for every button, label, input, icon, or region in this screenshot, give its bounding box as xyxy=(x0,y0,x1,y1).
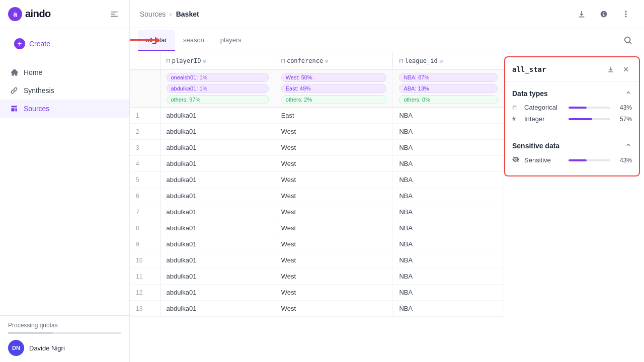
cell-rownum: 11 xyxy=(130,268,160,285)
bookmark-icon-playerid: ⊓ xyxy=(167,57,170,64)
col-header-leagueid: ⊓ league_id ⊘ xyxy=(393,52,504,70)
cell-playerid: abdulka01 xyxy=(160,172,275,188)
table-row: 5 abdulka01 West NBA xyxy=(130,172,504,188)
tab-season[interactable]: season xyxy=(175,30,212,51)
stat-leagueid-2[interactable]: ABA: 13% xyxy=(399,84,498,93)
cell-playerid: abdulka01 xyxy=(160,220,275,236)
tab-players[interactable]: players xyxy=(212,30,250,51)
tabs-bar: all_star season players xyxy=(130,28,644,52)
cell-conference: West xyxy=(275,172,393,188)
sidebar-toggle-button[interactable] xyxy=(107,7,121,21)
integer-label: Integer xyxy=(524,115,565,123)
cell-conference: West xyxy=(275,156,393,172)
section-title-sensitive: Sensitive data xyxy=(512,142,559,150)
cell-playerid: abdulka01 xyxy=(160,140,275,156)
search-icon xyxy=(623,36,632,45)
logo-icon: a xyxy=(8,7,22,21)
chevron-up-icon xyxy=(625,89,632,96)
cell-leagueid: NBA xyxy=(393,156,504,172)
stat-playerid-1[interactable]: onealsh01: 1% xyxy=(167,73,269,82)
main-content: Sources › Basket all_star season players xyxy=(130,0,644,362)
cell-conference: West xyxy=(275,301,393,317)
breadcrumb-separator: › xyxy=(170,10,172,18)
panel-download-button[interactable] xyxy=(605,63,617,75)
data-types-section: Data types ⊓ Categorical 43% # Integer xyxy=(505,82,639,134)
table-row: 2 abdulka01 West NBA xyxy=(130,124,504,140)
panel-download-icon xyxy=(607,66,614,73)
cell-leagueid: NBA xyxy=(393,301,504,317)
avatar: DN xyxy=(8,340,24,356)
sidebar-item-home-label: Home xyxy=(24,68,42,76)
quota-label: Processing quotas xyxy=(8,322,121,329)
cell-rownum: 9 xyxy=(130,236,160,252)
stat-conference-2[interactable]: East: 49% xyxy=(281,84,387,93)
data-type-integer: # Integer 57% xyxy=(512,115,632,123)
data-type-sensitive: Sensitive 43% xyxy=(512,156,632,164)
breadcrumb-sources[interactable]: Sources xyxy=(140,10,166,18)
sidebar-footer: Processing quotas DN Davide Nigri xyxy=(0,315,129,362)
create-button[interactable]: + Create xyxy=(8,34,121,53)
table-row: 11 abdulka01 West NBA xyxy=(130,268,504,285)
bookmark-icon-categorical: ⊓ xyxy=(512,104,520,111)
stat-leagueid-1[interactable]: NBA: 87% xyxy=(399,73,498,82)
table-row: 4 abdulka01 West NBA xyxy=(130,156,504,172)
stat-leagueid-3[interactable]: others: 0% xyxy=(399,95,498,104)
cell-conference: West xyxy=(275,252,393,268)
stat-playerid-2[interactable]: abdulka01: 1% xyxy=(167,84,269,93)
cell-leagueid: NBA xyxy=(393,124,504,140)
sensitive-data-section: Sensitive data Sensitive 43% xyxy=(505,134,639,175)
data-types-toggle[interactable] xyxy=(625,89,632,98)
cell-conference: West xyxy=(275,220,393,236)
no-eye-icon xyxy=(512,156,520,164)
cell-conference: West xyxy=(275,268,393,285)
search-button[interactable] xyxy=(620,32,636,48)
sensitive-toggle[interactable] xyxy=(625,141,632,150)
close-icon xyxy=(622,66,629,73)
filter-icon-conference[interactable]: ⊘ xyxy=(325,58,329,64)
sidebar-item-home[interactable]: Home xyxy=(0,63,129,81)
table-row: 3 abdulka01 West NBA xyxy=(130,140,504,156)
cell-rownum: 10 xyxy=(130,252,160,268)
cell-rownum: 3 xyxy=(130,140,160,156)
user-row: DN Davide Nigri xyxy=(8,340,121,356)
stat-conference-3[interactable]: others: 2% xyxy=(281,95,387,104)
panel-close-button[interactable] xyxy=(620,63,632,75)
logo-text: aindo xyxy=(25,8,51,20)
cell-conference: West xyxy=(275,124,393,140)
sidebar-item-sources[interactable]: Sources xyxy=(0,100,129,118)
cell-rownum: 5 xyxy=(130,172,160,188)
cell-playerid: abdulka01 xyxy=(160,156,275,172)
cell-leagueid: NBA xyxy=(393,236,504,252)
more-button[interactable] xyxy=(618,6,634,22)
breadcrumb: Sources › Basket xyxy=(140,10,199,18)
logo: a aindo xyxy=(8,7,51,21)
table-wrapper[interactable]: ⊓ playerID ⊘ ⊓ conference ⊘ xyxy=(130,52,504,362)
home-icon xyxy=(10,68,19,77)
categorical-bar-wrap xyxy=(569,107,610,109)
cell-playerid: abdulka01 xyxy=(160,301,275,317)
cell-leagueid: NBA xyxy=(393,140,504,156)
download-button[interactable] xyxy=(574,6,590,22)
cell-playerid: abdulka01 xyxy=(160,108,275,124)
table-row: 1 abdulka01 East NBA xyxy=(130,108,504,124)
tab-all-star[interactable]: all_star xyxy=(138,30,175,51)
section-header-datatypes: Data types xyxy=(512,89,632,98)
sidebar-item-synthesis[interactable]: Synthesis xyxy=(0,81,129,100)
sensitive-label: Sensitive xyxy=(524,156,565,164)
cell-rownum: 12 xyxy=(130,285,160,301)
sidebar-header: a aindo xyxy=(0,0,129,28)
svg-rect-2 xyxy=(111,16,118,17)
filter-icon-playerid[interactable]: ⊘ xyxy=(203,58,207,64)
sensitive-bar-wrap xyxy=(569,159,610,161)
table-row: 6 abdulka01 West NBA xyxy=(130,188,504,204)
panel-header: all_star xyxy=(505,57,639,82)
quota-bar xyxy=(8,332,121,334)
info-button[interactable] xyxy=(596,6,612,22)
cell-leagueid: NBA xyxy=(393,252,504,268)
svg-point-3 xyxy=(625,37,630,42)
stat-playerid-3[interactable]: others: 97% xyxy=(167,95,269,104)
stat-conference-1[interactable]: West: 50% xyxy=(281,73,387,82)
info-icon xyxy=(600,10,608,18)
filter-icon-leagueid[interactable]: ⊘ xyxy=(440,58,443,64)
cell-leagueid: NBA xyxy=(393,285,504,301)
